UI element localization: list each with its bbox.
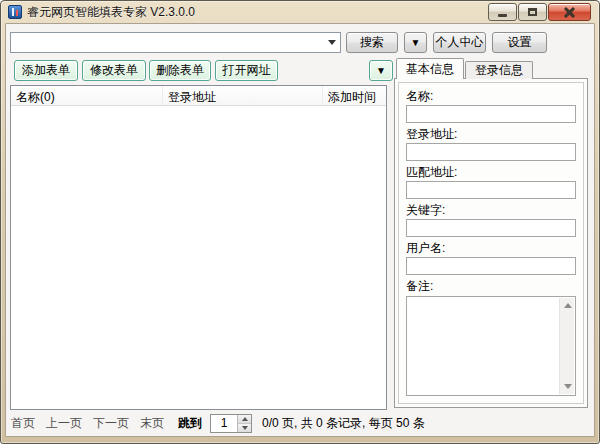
close-icon (564, 7, 575, 17)
stepper-up-icon[interactable] (238, 415, 251, 423)
remarks-scrollbar[interactable] (559, 298, 574, 394)
form-list: 名称(0) 登录地址 添加时间 (10, 85, 387, 410)
combo-dropdown-icon[interactable] (324, 33, 340, 52)
page-number-stepper (210, 414, 252, 433)
name-field[interactable] (406, 105, 576, 123)
page-number-input[interactable] (211, 415, 237, 432)
prev-page-link[interactable]: 上一页 (46, 415, 82, 432)
name-label: 名称: (406, 89, 576, 103)
stepper-buttons (237, 415, 251, 432)
detail-panel: 基本信息 登录信息 名称: 登录地址: 匹配地址: 关键字: 用户名: 备注: (394, 58, 588, 408)
pagination-bar: 首页 上一页 下一页 末页 跳到 0/0 页, 共 0 条记录, 每页 50 条 (11, 410, 588, 436)
scroll-up-icon[interactable] (560, 298, 575, 313)
scroll-down-icon[interactable] (560, 379, 575, 394)
url-combo-input[interactable] (11, 33, 324, 52)
form-list-body[interactable] (11, 107, 386, 409)
login-url-label: 登录地址: (406, 127, 576, 141)
list-more-button[interactable]: ▼ (369, 60, 393, 81)
username-label: 用户名: (406, 241, 576, 255)
window-title: 睿元网页智能填表专家 V2.3.0.0 (27, 4, 195, 21)
tab-login-info[interactable]: 登录信息 (465, 61, 533, 79)
search-button[interactable]: 搜索 (346, 32, 398, 53)
add-form-button[interactable]: 添加表单 (14, 60, 78, 81)
remarks-label: 备注: (406, 279, 576, 293)
username-field[interactable] (406, 257, 576, 275)
login-url-field[interactable] (406, 143, 576, 161)
form-list-header: 名称(0) 登录地址 添加时间 (11, 86, 386, 106)
detail-tabs: 基本信息 登录信息 (394, 58, 588, 79)
url-combobox[interactable] (10, 32, 341, 53)
stepper-down-icon[interactable] (238, 423, 251, 432)
column-header-add-time[interactable]: 添加时间 (323, 86, 386, 105)
minimize-button[interactable] (488, 3, 517, 21)
pagination-summary: 0/0 页, 共 0 条记录, 每页 50 条 (262, 415, 425, 432)
match-url-field[interactable] (406, 181, 576, 199)
match-url-label: 匹配地址: (406, 165, 576, 179)
keyword-label: 关键字: (406, 203, 576, 217)
jump-to-label: 跳到 (178, 415, 202, 432)
tab-page-basic-info: 名称: 登录地址: 匹配地址: 关键字: 用户名: 备注: (394, 78, 588, 408)
open-url-button[interactable]: 打开网址 (215, 60, 278, 81)
maximize-button[interactable] (518, 3, 547, 21)
keyword-field[interactable] (406, 219, 576, 237)
next-page-link[interactable]: 下一页 (93, 415, 129, 432)
tab-basic-info[interactable]: 基本信息 (396, 58, 464, 79)
close-button[interactable] (548, 3, 591, 21)
remarks-field[interactable] (407, 297, 559, 395)
app-icon (8, 5, 22, 19)
column-header-name[interactable]: 名称(0) (11, 86, 163, 105)
settings-button[interactable]: 设置 (492, 32, 547, 53)
app-window: 睿元网页智能填表专家 V2.3.0.0 搜索 ▼ 个人中心 设置 添加表单 修改… (0, 0, 600, 444)
last-page-link[interactable]: 末页 (140, 415, 164, 432)
column-header-login-url[interactable]: 登录地址 (163, 86, 323, 105)
window-controls (488, 3, 591, 21)
title-bar: 睿元网页智能填表专家 V2.3.0.0 (1, 1, 599, 23)
search-more-button[interactable]: ▼ (404, 32, 427, 53)
client-area: 搜索 ▼ 个人中心 设置 添加表单 修改表单 删除表单 打开网址 ▼ 名称(0)… (5, 23, 595, 437)
personal-center-button[interactable]: 个人中心 (433, 32, 486, 53)
first-page-link[interactable]: 首页 (11, 415, 35, 432)
remarks-box (406, 296, 576, 396)
minimize-icon (498, 14, 507, 17)
delete-form-button[interactable]: 删除表单 (149, 60, 211, 81)
edit-form-button[interactable]: 修改表单 (82, 60, 146, 81)
basic-info-form: 名称: 登录地址: 匹配地址: 关键字: 用户名: 备注: (398, 82, 584, 404)
maximize-icon (528, 8, 537, 16)
